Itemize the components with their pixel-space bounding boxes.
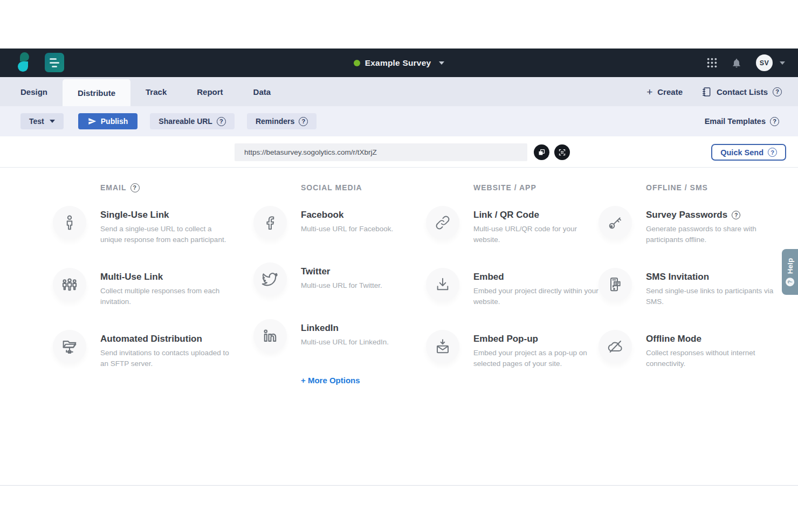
app-tile-bar	[50, 58, 57, 60]
more-options-link[interactable]: + More Options	[301, 376, 432, 385]
help-icon: ?	[786, 278, 794, 286]
item-title: SMS Invitation	[646, 272, 777, 282]
qr-code-icon	[558, 148, 566, 156]
help-tab[interactable]: ? Help	[782, 249, 798, 295]
reminders-label: Reminders	[256, 117, 294, 126]
reminders-button[interactable]: Reminders ?	[247, 113, 317, 129]
logo-drop-top	[20, 52, 29, 61]
create-button[interactable]: + Create	[646, 87, 683, 97]
embed-popup-icon	[434, 338, 451, 355]
social-media-column: SOCIAL MEDIA Facebook Multi-use URL for …	[252, 182, 432, 385]
survey-app-icon[interactable]	[45, 53, 64, 72]
twitter-item[interactable]: Twitter Multi-use URL for Twitter.	[252, 262, 432, 296]
help-icon[interactable]: ?	[299, 117, 308, 126]
link-qr-code-item[interactable]: Link / QR Code Multi-use URL/QR code for…	[424, 206, 605, 245]
shareable-url-button[interactable]: Shareable URL ?	[150, 113, 235, 129]
notifications-bell-icon[interactable]	[731, 58, 742, 68]
copy-icon	[538, 148, 546, 156]
survey-status-dot	[354, 60, 360, 66]
notebook-icon	[701, 86, 712, 98]
embed-popup-item[interactable]: Embed Pop-up Embed your project as a pop…	[424, 330, 605, 369]
item-description: Multi-use URL for Twitter.	[301, 280, 432, 291]
help-icon[interactable]: ?	[732, 211, 740, 219]
offline-mode-item[interactable]: Offline Mode Collect responses without i…	[597, 330, 778, 369]
tab-report[interactable]: Report	[182, 77, 238, 106]
single-use-link-item[interactable]: Single-Use Link Send a single-use URL to…	[51, 206, 232, 245]
app-tile-bar	[52, 66, 57, 67]
embed-download-icon	[434, 276, 451, 293]
email-templates-link[interactable]: Email Templates ?	[705, 117, 779, 126]
item-description: Send single-use links to participants vi…	[646, 286, 777, 307]
column-title: WEBSITE / APP	[473, 183, 536, 192]
quick-send-button[interactable]: Quick Send ?	[711, 144, 786, 161]
tab-design[interactable]: Design	[5, 77, 63, 106]
column-title: SOCIAL MEDIA	[301, 183, 362, 192]
multi-use-link-item[interactable]: Multi-Use Link Collect multiple response…	[51, 268, 232, 307]
create-label: Create	[657, 87, 683, 96]
sftp-folder-icon	[60, 337, 79, 356]
column-title: EMAIL	[100, 183, 127, 192]
item-description: Collect multiple responses from each inv…	[100, 286, 231, 307]
sms-invitation-item[interactable]: SMS Invitation Send single-use links to …	[597, 268, 778, 307]
email-templates-label: Email Templates	[705, 117, 766, 126]
item-title: Twitter	[301, 266, 432, 277]
divider	[0, 485, 798, 486]
automated-distribution-item[interactable]: Automated Distribution Send invitations …	[51, 330, 232, 369]
item-description: Send a single-use URL to collect a uniqu…	[100, 224, 231, 245]
key-icon	[607, 214, 624, 231]
offline-sms-column: OFFLINE / SMS Survey Passwords ? Generat…	[597, 182, 778, 392]
offline-sms-column-header: OFFLINE / SMS	[646, 182, 778, 193]
help-icon[interactable]: ?	[770, 117, 779, 126]
help-icon[interactable]: ?	[130, 183, 140, 192]
sms-phone-icon	[607, 276, 624, 293]
tab-distribute[interactable]: Distribute	[63, 79, 130, 106]
item-description: Multi-use URL for LinkedIn.	[301, 337, 432, 348]
item-description: Embed your project as a pop-up on select…	[473, 348, 604, 369]
survey-passwords-item[interactable]: Survey Passwords ? Generate passwords to…	[597, 206, 778, 245]
user-menu[interactable]: SV	[756, 54, 785, 71]
column-title: OFFLINE / SMS	[646, 183, 708, 192]
linkedin-icon	[261, 327, 279, 345]
item-description: Multi-use URL/QR code for your website.	[473, 224, 604, 245]
linkedin-item[interactable]: LinkedIn Multi-use URL for LinkedIn.	[252, 319, 432, 353]
item-description: Embed your project directly within your …	[473, 286, 604, 307]
twitter-icon	[261, 270, 279, 288]
publish-label: Publish	[101, 117, 128, 126]
tab-track[interactable]: Track	[130, 77, 182, 106]
send-icon	[88, 117, 97, 126]
help-label: Help	[786, 258, 794, 273]
brand-logo-icon[interactable]	[17, 52, 30, 73]
help-icon[interactable]: ?	[217, 117, 226, 126]
item-description: Generate passwords to share with partici…	[646, 224, 777, 245]
test-dropdown[interactable]: Test	[20, 113, 64, 129]
item-title: Single-Use Link	[100, 210, 231, 220]
embed-item[interactable]: Embed Embed your project directly within…	[424, 268, 605, 307]
item-title: Embed Pop-up	[473, 334, 604, 344]
shareable-url-label: Shareable URL	[159, 117, 212, 126]
website-app-column: WEBSITE / APP Link / QR Code Multi-use U…	[424, 182, 605, 392]
chevron-down-icon	[439, 61, 444, 65]
contact-lists-label: Contact Lists	[717, 87, 768, 96]
multi-user-icon	[60, 275, 79, 294]
survey-url-input[interactable]	[235, 143, 527, 161]
survey-switcher[interactable]: Example Survey	[0, 49, 798, 77]
website-app-column-header: WEBSITE / APP	[473, 182, 605, 193]
facebook-icon	[262, 214, 279, 231]
apps-grid-icon[interactable]	[707, 58, 717, 68]
qr-code-button[interactable]	[554, 144, 570, 160]
item-title: Survey Passwords ?	[646, 210, 777, 220]
publish-button[interactable]: Publish	[78, 113, 138, 129]
copy-url-button[interactable]	[534, 144, 549, 160]
help-icon[interactable]: ?	[768, 148, 777, 157]
app-tile-bar	[50, 62, 59, 64]
facebook-item[interactable]: Facebook Multi-use URL for Facebook.	[252, 206, 432, 239]
chevron-down-icon	[780, 61, 785, 65]
item-title: Link / QR Code	[473, 210, 604, 220]
tab-data[interactable]: Data	[238, 77, 286, 106]
survey-name: Example Survey	[365, 58, 431, 68]
item-title: Multi-Use Link	[100, 272, 231, 282]
help-icon[interactable]: ?	[773, 87, 782, 96]
item-title: Offline Mode	[646, 334, 777, 344]
single-user-icon	[61, 214, 78, 231]
contact-lists-button[interactable]: Contact Lists ?	[701, 86, 782, 98]
